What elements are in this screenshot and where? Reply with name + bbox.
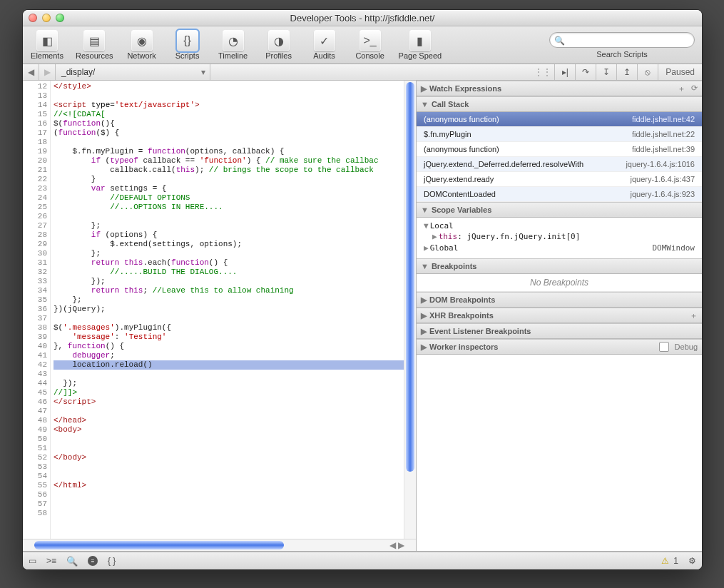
deactivate-bp-button[interactable]: ⦸ <box>638 64 658 80</box>
resume-button[interactable]: ▸| <box>555 64 576 80</box>
horizontal-scrollbar[interactable]: ◀ ▶ <box>23 539 416 551</box>
callstack-frame[interactable]: $.fn.myPluginfiddle.jshell.net:22 <box>417 127 702 142</box>
code-line[interactable] <box>53 472 404 481</box>
code-line[interactable]: </body> <box>53 453 404 462</box>
code-line[interactable]: }); <box>53 277 404 286</box>
tab-scripts[interactable]: {}Scripts <box>170 30 205 60</box>
code-line[interactable] <box>53 91 404 101</box>
resize-handle-icon[interactable]: ⋮⋮ <box>534 67 551 77</box>
code-line[interactable]: </script> <box>53 397 404 407</box>
minimize-icon[interactable] <box>42 14 51 22</box>
hscroll-arrows[interactable]: ◀ ▶ <box>389 540 404 550</box>
add-watch-icon[interactable]: ＋ <box>678 83 685 94</box>
pause-exceptions-icon[interactable]: ≡ <box>88 556 98 566</box>
evbp-header[interactable]: ▶ Event Listener Breakpoints <box>417 323 702 339</box>
code-line[interactable]: $.extend(settings, options); <box>53 240 404 249</box>
pretty-print-icon[interactable]: { } <box>108 556 116 566</box>
tab-resources[interactable]: ▤Resources <box>76 30 113 60</box>
hscroll-thumb[interactable] <box>34 541 284 549</box>
file-select[interactable]: _display/ ▾ <box>56 64 210 80</box>
code-line[interactable]: }); <box>53 379 404 388</box>
settings-icon[interactable]: ⚙ <box>688 556 696 566</box>
code-editor[interactable]: 12 13 14 15 16 17 18 19 20 21 22 23 24 2… <box>23 81 416 539</box>
tab-audits[interactable]: ✓Audits <box>307 30 342 60</box>
scope-this[interactable]: ▶this: jQuery.fn.jQuery.init[0] <box>417 231 702 242</box>
breakpoints-header[interactable]: ▼ Breakpoints <box>417 258 702 274</box>
code-line[interactable]: $('.messages').myPlugin({ <box>53 323 404 333</box>
nav-forward-button[interactable]: ▶ <box>39 64 56 80</box>
zoom-icon[interactable] <box>56 14 64 22</box>
code-line[interactable]: //...OPTIONS IN HERE.... <box>53 203 404 212</box>
code-line[interactable]: </html> <box>53 481 404 490</box>
dombp-header[interactable]: ▶ DOM Breakpoints <box>417 292 702 308</box>
code-line[interactable]: location.reload() <box>53 360 404 370</box>
worker-header[interactable]: ▶ Worker inspectors Debug <box>417 339 702 355</box>
tab-elements[interactable]: ◧Elements <box>30 30 64 60</box>
refresh-watch-icon[interactable]: ⟳ <box>691 83 698 94</box>
code-line[interactable]: (function($) { <box>53 128 404 138</box>
scope-header[interactable]: ▼ Scope Variables <box>417 202 702 218</box>
code-line[interactable]: $(function(){ <box>53 119 404 128</box>
code-line[interactable]: //]]> <box>53 388 404 397</box>
step-into-button[interactable]: ↧ <box>596 64 617 80</box>
scrollbar-thumb[interactable] <box>406 82 414 472</box>
code-line[interactable]: return this.each(function() { <box>53 258 404 268</box>
console-toggle-icon[interactable]: >≡ <box>46 556 56 566</box>
code-line[interactable]: }; <box>53 249 404 258</box>
callstack-frame[interactable]: DOMContentLoadedjquery-1.6.4.js:923 <box>417 187 702 202</box>
scope-local[interactable]: ▼Local <box>417 220 702 231</box>
code-line[interactable]: 'message': 'Testing' <box>53 333 404 342</box>
code-line[interactable]: if (options) { <box>53 230 404 240</box>
add-xhrbp-icon[interactable]: ＋ <box>690 310 698 321</box>
scope-global[interactable]: ▶GlobalDOMWindow <box>417 242 702 254</box>
code-line[interactable] <box>53 500 404 509</box>
nav-back-button[interactable]: ◀ <box>23 64 39 80</box>
search-icon[interactable]: 🔍 <box>66 556 78 567</box>
code-line[interactable]: //DEFAULT OPTIONS <box>53 193 404 203</box>
code-line[interactable]: } <box>53 175 404 184</box>
worker-debug-checkbox[interactable] <box>659 342 669 352</box>
watch-header[interactable]: ▶ Watch Expressions ＋⟳ <box>417 81 702 96</box>
code-line[interactable]: <body> <box>53 425 404 435</box>
callstack-frame[interactable]: jQuery.extend.readyjquery-1.6.4.js:437 <box>417 172 702 187</box>
code-line[interactable]: </head> <box>53 416 404 425</box>
step-out-button[interactable]: ↥ <box>617 64 638 80</box>
code-line[interactable] <box>53 490 404 500</box>
search-input[interactable]: 🔍 <box>549 32 695 48</box>
code-line[interactable] <box>53 212 404 221</box>
code-line[interactable]: var settings = { <box>53 184 404 193</box>
code-line[interactable]: //<![CDATA[ <box>53 110 404 119</box>
code-line[interactable]: if (typeof callback == 'function') { // … <box>53 156 404 166</box>
code-line[interactable]: }; <box>53 221 404 230</box>
tab-page-speed[interactable]: ▮Page Speed <box>399 30 442 60</box>
code-line[interactable]: debugger; <box>53 351 404 360</box>
code-line[interactable] <box>53 314 404 323</box>
code-line[interactable] <box>53 407 404 416</box>
close-icon[interactable] <box>29 14 37 22</box>
code-line[interactable] <box>53 435 404 444</box>
code-line[interactable]: <script type='text/javascript'> <box>53 101 404 110</box>
step-over-button[interactable]: ↷ <box>576 64 596 80</box>
code-line[interactable] <box>53 462 404 472</box>
tab-network[interactable]: ◉Network <box>125 30 159 60</box>
tab-console[interactable]: >_Console <box>353 30 387 60</box>
callstack-header[interactable]: ▼ Call Stack <box>417 96 702 112</box>
code-line[interactable]: </style> <box>53 82 404 91</box>
code-line[interactable]: return this; //Leave this to allow chain… <box>53 286 404 295</box>
code-line[interactable]: }; <box>53 295 404 305</box>
callstack-frame[interactable]: jQuery.extend._Deferred.deferred.resolve… <box>417 157 702 172</box>
xhrbp-header[interactable]: ▶ XHR Breakpoints ＋ <box>417 308 702 323</box>
callstack-frame[interactable]: (anonymous function)fiddle.jshell.net:39 <box>417 142 702 157</box>
source-view[interactable]: </style> <script type='text/javascript'>… <box>51 81 404 539</box>
code-line[interactable] <box>53 370 404 379</box>
tab-profiles[interactable]: ◑Profiles <box>262 30 296 60</box>
code-line[interactable] <box>53 444 404 453</box>
code-line[interactable]: })(jQuery); <box>53 305 404 314</box>
code-line[interactable]: callback.call(this); // brings the scope… <box>53 166 404 175</box>
code-line[interactable]: //.....BUILD THE DIALOG.... <box>53 268 404 277</box>
tab-timeline[interactable]: ◔Timeline <box>216 30 250 60</box>
dock-icon[interactable]: ▭ <box>29 556 36 566</box>
callstack-frame[interactable]: (anonymous function)fiddle.jshell.net:42 <box>417 112 702 127</box>
code-line[interactable]: $.fn.myPlugin = function(options, callba… <box>53 147 404 156</box>
warning-icon[interactable]: ⚠ <box>661 556 669 566</box>
